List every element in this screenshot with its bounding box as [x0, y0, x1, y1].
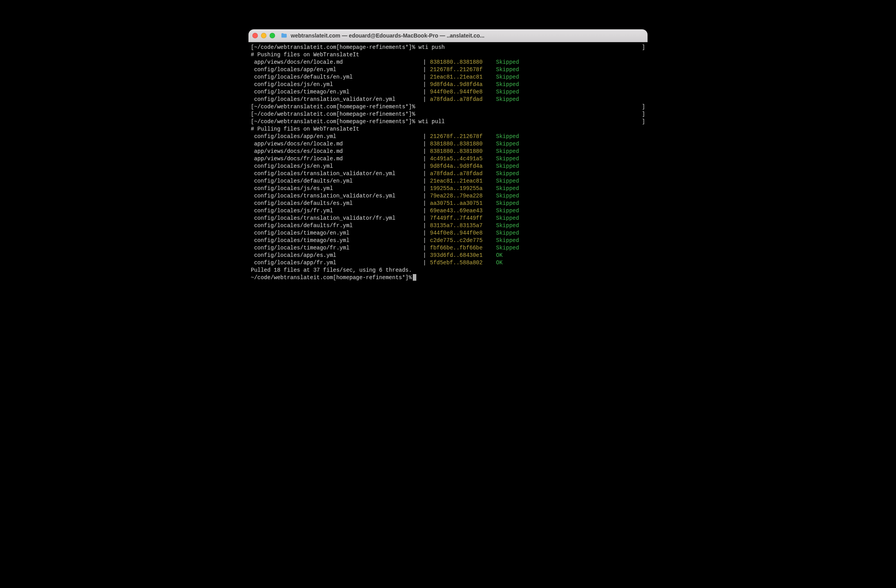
status-label: Skipped: [496, 222, 524, 229]
output-row: config/locales/defaults/en.yml| 21eac81.…: [251, 177, 645, 185]
prompt-line: [ ~/code/webtranslateit.com[homepage-ref…: [251, 103, 645, 111]
prompt-text: ~/code/webtranslateit.com[homepage-refin…: [254, 111, 642, 118]
command-wti-pull: wti pull: [418, 118, 444, 125]
separator-pipe: |: [423, 148, 430, 155]
separator-pipe: |: [423, 215, 430, 222]
output-row: app/views/docs/en/locale.md| 8381880..83…: [251, 140, 645, 148]
zoom-icon[interactable]: [270, 33, 275, 38]
status-label: Skipped: [496, 170, 524, 177]
status-label: Skipped: [496, 200, 524, 207]
file-path: app/views/docs/en/locale.md: [251, 59, 423, 66]
file-path: config/locales/app/en.yml: [251, 66, 423, 74]
prompt-text: ~/code/webtranslateit.com[homepage-refin…: [254, 103, 642, 111]
separator-pipe: |: [423, 185, 430, 192]
status-label: OK: [496, 259, 524, 267]
file-path: app/views/docs/es/locale.md: [251, 148, 423, 155]
status-label: Skipped: [496, 148, 524, 155]
terminal-window: webtranslateit.com — edouard@Edouards-Ma…: [248, 29, 648, 368]
output-row: config/locales/translation_validator/es.…: [251, 192, 645, 200]
status-label: Skipped: [496, 88, 524, 96]
bracket-left: [: [251, 44, 254, 51]
file-path: config/locales/timeago/en.yml: [251, 229, 423, 237]
status-label: OK: [496, 252, 524, 259]
file-path: app/views/docs/en/locale.md: [251, 140, 423, 148]
status-label: Skipped: [496, 133, 524, 140]
output-row: config/locales/app/en.yml| 212678f..2126…: [251, 66, 645, 74]
file-path: config/locales/timeago/en.yml: [251, 88, 423, 96]
hash-range: 83135a7..83135a7: [430, 222, 489, 229]
file-path: config/locales/translation_validator/en.…: [251, 170, 423, 177]
file-path: config/locales/translation_validator/en.…: [251, 96, 423, 103]
minimize-icon[interactable]: [261, 33, 266, 38]
terminal-body[interactable]: [ ~/code/webtranslateit.com[homepage-ref…: [248, 42, 648, 368]
file-path: config/locales/app/fr.yml: [251, 259, 423, 267]
file-path: config/locales/defaults/en.yml: [251, 177, 423, 185]
file-path: config/locales/defaults/es.yml: [251, 200, 423, 207]
file-path: config/locales/timeago/fr.yml: [251, 244, 423, 252]
hash-range: c2de775..c2de775: [430, 237, 489, 244]
window-title: webtranslateit.com — edouard@Edouards-Ma…: [291, 32, 644, 39]
separator-pipe: |: [423, 66, 430, 74]
output-row: config/locales/timeago/fr.yml| fbf66be..…: [251, 244, 645, 252]
file-path: config/locales/translation_validator/fr.…: [251, 215, 423, 222]
prompt-line-final: ~/code/webtranslateit.com[homepage-refin…: [251, 274, 645, 281]
file-path: config/locales/defaults/en.yml: [251, 74, 423, 81]
status-label: Skipped: [496, 163, 524, 170]
separator-pipe: |: [423, 222, 430, 229]
status-label: Skipped: [496, 207, 524, 215]
summary-line: Pulled 18 files at 37 files/sec, using 6…: [251, 267, 645, 274]
status-label: Skipped: [496, 192, 524, 200]
separator-pipe: |: [423, 133, 430, 140]
status-label: Skipped: [496, 81, 524, 88]
file-path: config/locales/translation_validator/es.…: [251, 192, 423, 200]
status-label: Skipped: [496, 215, 524, 222]
output-row: config/locales/js/en.yml| 9d8fd4a..9d8fd…: [251, 163, 645, 170]
hash-range: 8381880..8381880: [430, 140, 489, 148]
separator-pipe: |: [423, 170, 430, 177]
file-path: config/locales/js/en.yml: [251, 81, 423, 88]
hash-range: 79ea228..79ea228: [430, 192, 489, 200]
separator-pipe: |: [423, 177, 430, 185]
separator-pipe: |: [423, 237, 430, 244]
separator-pipe: |: [423, 140, 430, 148]
separator-pipe: |: [423, 207, 430, 215]
command-wti-push: wti push: [418, 44, 444, 50]
prompt-text: ~/code/webtranslateit.com[homepage-refin…: [254, 44, 642, 51]
cursor-icon: [413, 274, 416, 281]
separator-pipe: |: [423, 252, 430, 259]
hash-range: fbf66be..fbf66be: [430, 244, 489, 252]
output-row: app/views/docs/fr/locale.md| 4c491a5..4c…: [251, 155, 645, 163]
status-label: Skipped: [496, 74, 524, 81]
file-path: config/locales/js/es.yml: [251, 185, 423, 192]
pull-heading: # Pulling files on WebTranslateIt: [251, 125, 645, 133]
separator-pipe: |: [423, 192, 430, 200]
separator-pipe: |: [423, 244, 430, 252]
output-row: config/locales/app/es.yml| 393d6fd..6843…: [251, 252, 645, 259]
output-row: config/locales/app/en.yml| 212678f..2126…: [251, 133, 645, 140]
close-icon[interactable]: [252, 33, 258, 38]
prompt-text: ~/code/webtranslateit.com[homepage-refin…: [251, 274, 412, 281]
status-label: Skipped: [496, 244, 524, 252]
push-heading: # Pushing files on WebTranslateIt: [251, 51, 645, 59]
output-row: config/locales/timeago/en.yml| 944f0e8..…: [251, 229, 645, 237]
file-path: config/locales/defaults/fr.yml: [251, 222, 423, 229]
file-path: app/views/docs/fr/locale.md: [251, 155, 423, 163]
hash-range: 5fd5ebf..588a802: [430, 259, 489, 267]
hash-range: 199255a..199255a: [430, 185, 489, 192]
separator-pipe: |: [423, 59, 430, 66]
hash-range: 69eae43..69eae43: [430, 207, 489, 215]
hash-range: 8381880..8381880: [430, 148, 489, 155]
prompt-line: [ ~/code/webtranslateit.com[homepage-ref…: [251, 111, 645, 118]
status-label: Skipped: [496, 237, 524, 244]
hash-range: 21eac81..21eac81: [430, 74, 489, 81]
output-row: app/views/docs/en/locale.md| 8381880..83…: [251, 59, 645, 66]
status-label: Skipped: [496, 155, 524, 163]
hash-range: a78fdad..a78fdad: [430, 170, 489, 177]
folder-icon: [281, 32, 288, 39]
bracket-right: ]: [642, 44, 645, 51]
hash-range: 9d8fd4a..9d8fd4a: [430, 81, 489, 88]
output-row: config/locales/js/es.yml| 199255a..19925…: [251, 185, 645, 192]
hash-range: a78fdad..a78fdad: [430, 96, 489, 103]
status-label: Skipped: [496, 185, 524, 192]
prompt-line: [ ~/code/webtranslateit.com[homepage-ref…: [251, 118, 645, 125]
